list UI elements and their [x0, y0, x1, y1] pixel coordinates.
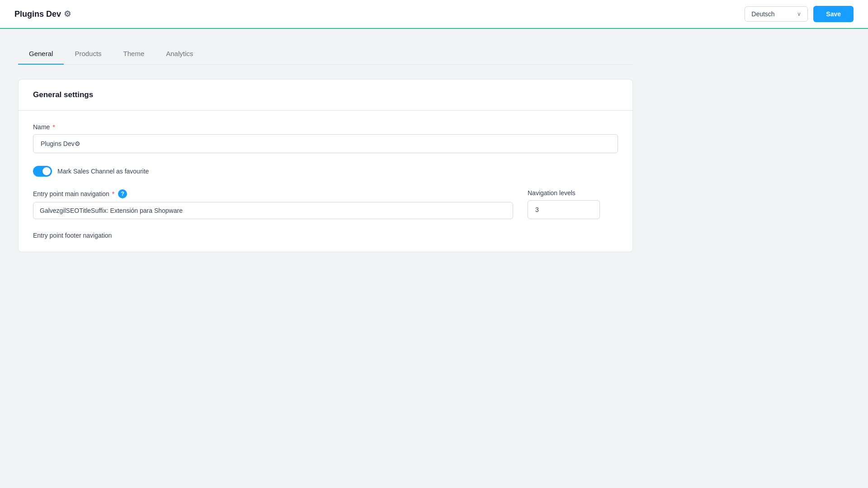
entry-point-select[interactable]: GalvezgilSEOTitleSuffix: Extensión para … [33, 202, 513, 219]
header-actions: Deutsch ∨ Save [745, 6, 854, 22]
toggle-track [33, 166, 52, 177]
language-label: Deutsch [751, 10, 774, 18]
favourite-toggle-row: Mark Sales Channel as favourite [33, 166, 618, 177]
name-field-group: Name * [33, 123, 618, 153]
name-label: Name * [33, 123, 618, 131]
main-content: General Products Theme Analytics General… [0, 29, 651, 267]
general-settings-card: General settings Name * Mark Sales Chann… [18, 79, 633, 252]
name-input[interactable] [33, 134, 618, 153]
toggle-label: Mark Sales Channel as favourite [57, 168, 149, 175]
favourite-toggle[interactable] [33, 166, 52, 177]
chevron-down-icon: ∨ [797, 11, 801, 17]
tabs-nav: General Products Theme Analytics [18, 43, 633, 65]
title-text: Plugins Dev [14, 9, 61, 19]
language-selector[interactable]: Deutsch ∨ [745, 6, 808, 22]
nav-levels-input[interactable] [528, 200, 600, 219]
app-header: Plugins Dev ⚙ Deutsch ∨ Save [0, 0, 868, 29]
entry-point-field-group: Entry point main navigation * ? Galvezgi… [33, 189, 513, 219]
tab-general[interactable]: General [18, 43, 64, 65]
footer-nav-field-group: Entry point footer navigation [33, 232, 618, 239]
nav-row: Entry point main navigation * ? Galvezgi… [33, 189, 618, 219]
app-title: Plugins Dev ⚙ [14, 9, 71, 19]
nav-levels-field-group: Navigation levels [528, 189, 618, 219]
card-header: General settings [19, 80, 632, 111]
section-title: General settings [33, 90, 618, 99]
tab-analytics[interactable]: Analytics [155, 43, 204, 65]
nav-levels-label: Navigation levels [528, 189, 618, 197]
help-icon[interactable]: ? [118, 189, 127, 198]
required-indicator: * [51, 123, 55, 131]
toggle-thumb [42, 167, 51, 175]
save-button[interactable]: Save [813, 6, 854, 22]
entry-point-label-row: Entry point main navigation * ? [33, 189, 513, 198]
gear-icon: ⚙ [64, 9, 71, 19]
tab-theme[interactable]: Theme [113, 43, 156, 65]
entry-point-value: GalvezgilSEOTitleSuffix: Extensión para … [40, 207, 183, 214]
required-indicator-nav: * [110, 190, 114, 197]
card-body: Name * Mark Sales Channel as favourite [19, 111, 632, 252]
tab-products[interactable]: Products [64, 43, 112, 65]
footer-nav-label: Entry point footer navigation [33, 232, 618, 239]
entry-point-label: Entry point main navigation * [33, 190, 114, 197]
